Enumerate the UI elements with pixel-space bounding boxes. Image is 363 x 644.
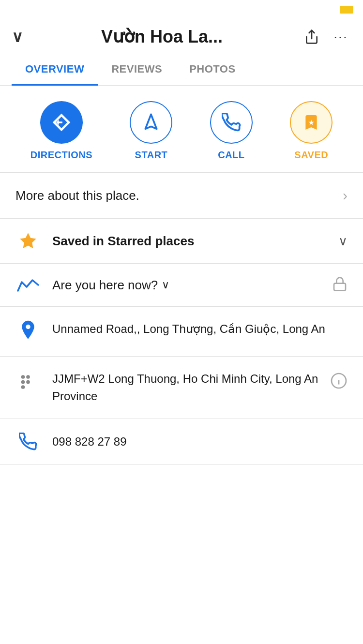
saved-circle: ★ [290,101,333,144]
are-you-here-row[interactable]: Are you here now? ∨ [0,264,363,307]
action-row: DIRECTIONS START CALL ★ SAVED [0,86,363,173]
are-you-here-text: Are you here now? ∨ [52,278,320,293]
tab-reviews[interactable]: REVIEWS [98,54,176,86]
saved-label: SAVED [294,150,328,161]
call-button[interactable]: CALL [210,101,253,161]
plus-code-icon [15,370,41,390]
share-button[interactable] [301,26,322,47]
more-about-row[interactable]: More about this place. › [0,173,363,219]
are-you-here-chevron-icon: ∨ [162,279,169,291]
directions-label: DIRECTIONS [30,150,92,161]
more-options-button[interactable]: ··· [330,26,351,47]
svg-point-8 [21,385,25,389]
tab-overview[interactable]: OVERVIEW [12,54,98,86]
svg-point-7 [26,380,30,384]
call-label: CALL [218,150,244,161]
svg-text:★: ★ [308,119,314,126]
more-about-text: More about this place. [15,188,139,203]
starred-places-row[interactable]: Saved in Starred places ∨ [0,219,363,264]
plus-code-row[interactable]: JJMF+W2 Long Thuong, Ho Chi Minh City, L… [0,357,363,419]
location-pin-icon [15,320,41,343]
header: ∨ Vườn Hoa La... ··· [0,19,363,54]
svg-point-4 [21,375,25,379]
address-text: Unnamed Road,, Long Thượng, Cần Giuộc, L… [52,320,348,338]
phone-number: 098 828 27 89 [52,435,126,449]
starred-places-label: Saved in Starred places [52,234,327,249]
svg-marker-1 [146,114,157,129]
plus-code-info-icon[interactable] [330,372,348,393]
start-label: START [135,150,168,161]
phone-icon [15,433,41,451]
tab-photos[interactable]: PHOTOS [176,54,249,86]
more-about-chevron-icon: › [343,187,348,204]
plus-code-text: JJMF+W2 Long Thuong, Ho Chi Minh City, L… [52,370,318,405]
phone-row[interactable]: 098 828 27 89 [0,419,363,465]
call-circle [210,101,253,144]
start-button[interactable]: START [130,101,172,161]
back-chevron[interactable]: ∨ [12,28,23,46]
svg-rect-3 [334,284,346,291]
status-bar [0,0,363,19]
place-title: Vườn Hoa La... [30,27,293,47]
star-icon [15,231,41,251]
address-row[interactable]: Unnamed Road,, Long Thượng, Cần Giuộc, L… [0,307,363,357]
lock-icon [332,276,348,294]
directions-button[interactable]: DIRECTIONS [30,101,92,161]
battery-icon [340,6,353,14]
directions-circle [40,101,83,144]
saved-button[interactable]: ★ SAVED [290,101,333,161]
tab-bar: OVERVIEW REVIEWS PHOTOS [0,54,363,86]
starred-places-chevron-icon: ∨ [338,234,348,249]
svg-point-6 [21,380,25,384]
svg-point-5 [26,375,30,379]
timeline-icon [15,276,41,294]
start-circle [130,101,172,144]
